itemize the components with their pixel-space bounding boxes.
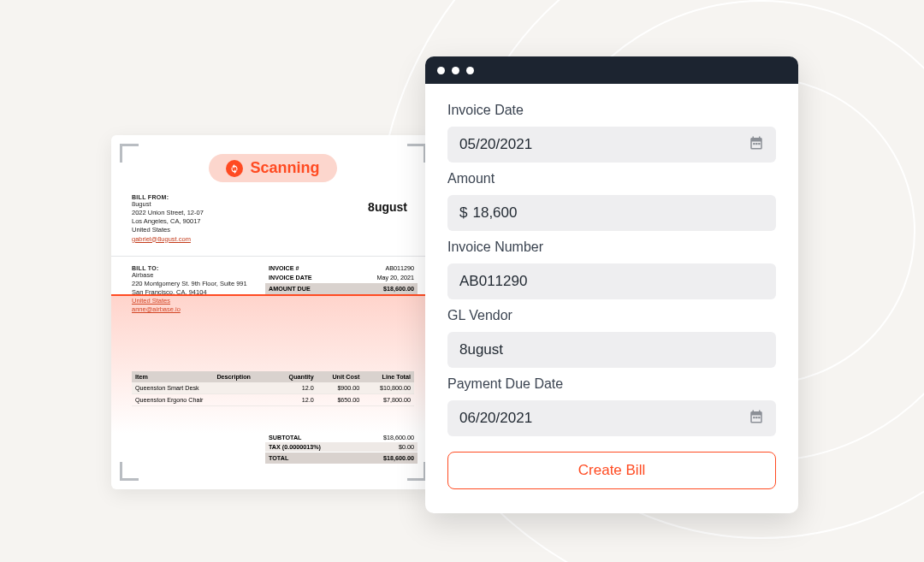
col-qty: Quantity [278, 373, 314, 381]
scanning-label: Scanning [250, 159, 319, 177]
invoice-number-input[interactable]: AB011290 [447, 263, 776, 299]
cell-total: $7,800.00 [359, 396, 411, 404]
invoice-date-value: 05/20/2021 [459, 136, 532, 153]
amount-input[interactable]: $ 18,600 [447, 195, 776, 231]
scan-corner-icon [120, 144, 139, 163]
meta-invoice-date: May 20, 2021 [376, 274, 414, 281]
to-country: United States [132, 297, 414, 305]
to-email: anne@airbase.io [132, 305, 414, 314]
create-bill-button[interactable]: Create Bill [447, 452, 776, 489]
meta-amount-due-label: AMOUNT DUE [269, 285, 311, 293]
line-items-header: Item Description Quantity Unit Cost Line… [132, 371, 414, 382]
from-email: gabriel@8ugust.com [132, 235, 414, 244]
subtotal-value: $18,600.00 [383, 434, 414, 441]
cell-item: Queenston Ergono Chair [135, 396, 216, 404]
invoice-date-input[interactable]: 05/20/2021 [447, 127, 776, 163]
subtotal-label: SUBTOTAL [269, 434, 301, 441]
meta-invoice-date-label: INVOICE DATE [269, 274, 312, 281]
gl-vendor-label: GL Vendor [447, 308, 776, 323]
amount-value: 18,600 [472, 204, 517, 222]
window-dot-icon [466, 67, 474, 74]
scan-corner-icon [407, 144, 426, 163]
tax-value: $0.00 [399, 443, 414, 451]
cell-desc [216, 384, 278, 392]
payment-due-value: 06/20/2021 [459, 410, 532, 427]
tax-label: TAX (0.0000013%) [269, 443, 321, 451]
cell-qty: 12.0 [278, 384, 314, 392]
total-label: TOTAL [269, 454, 288, 462]
amount-label: Amount [447, 171, 776, 186]
divider [111, 256, 435, 257]
payment-due-label: Payment Due Date [447, 376, 776, 392]
scan-corner-icon [407, 462, 426, 481]
invoice-scan-card: Scanning BILL FROM: 8ugust 2022 Union St… [111, 135, 435, 489]
invoice-meta: INVOICE #AB011290 INVOICE DATEMay 20, 20… [269, 263, 414, 294]
refresh-icon [226, 160, 243, 177]
from-country: United States [132, 226, 414, 234]
create-bill-window: Invoice Date 05/20/2021 Amount $ 18,600 … [425, 56, 798, 513]
bill-from-heading: BILL FROM: [132, 194, 414, 200]
col-desc: Description [216, 373, 278, 381]
cell-unit: $650.00 [314, 396, 360, 404]
meta-invoice-num-label: INVOICE # [269, 264, 299, 272]
meta-amount-due: $18,600.00 [383, 285, 414, 293]
invoice-number-label: Invoice Number [447, 240, 776, 255]
invoice-date-label: Invoice Date [447, 103, 776, 118]
scanning-badge: Scanning [209, 154, 336, 182]
calendar-icon[interactable] [749, 135, 764, 155]
total-value: $18,600.00 [383, 454, 414, 462]
vendor-logo: 8ugust [368, 200, 407, 214]
window-dot-icon [437, 67, 445, 74]
cell-total: $10,800.00 [359, 384, 411, 392]
from-city: Los Angeles, CA, 90017 [132, 217, 414, 226]
payment-due-input[interactable]: 06/20/2021 [447, 400, 776, 436]
cell-item: Queenston Smart Desk [135, 384, 216, 392]
col-unit: Unit Cost [314, 373, 360, 381]
window-titlebar [425, 56, 798, 84]
calendar-icon[interactable] [749, 409, 764, 429]
gl-vendor-value: 8ugust [459, 341, 503, 358]
col-total: Line Total [359, 373, 411, 381]
invoice-number-value: AB011290 [459, 273, 527, 290]
cell-desc [216, 396, 278, 404]
meta-invoice-num: AB011290 [385, 264, 414, 272]
line-items-table: Item Description Quantity Unit Cost Line… [132, 371, 414, 406]
scan-corner-icon [120, 462, 139, 481]
cell-unit: $900.00 [314, 384, 360, 392]
table-row: Queenston Ergono Chair 12.0 $650.00 $7,8… [132, 394, 414, 406]
cell-qty: 12.0 [278, 396, 314, 404]
window-dot-icon [452, 67, 459, 74]
scan-overlay [111, 294, 435, 434]
invoice-totals: SUBTOTAL$18,600.00 TAX (0.0000013%)$0.00… [269, 433, 414, 464]
gl-vendor-input[interactable]: 8ugust [447, 332, 776, 368]
col-item: Item [135, 373, 216, 381]
table-row: Queenston Smart Desk 12.0 $900.00 $10,80… [132, 382, 414, 394]
currency-prefix: $ [459, 204, 467, 222]
